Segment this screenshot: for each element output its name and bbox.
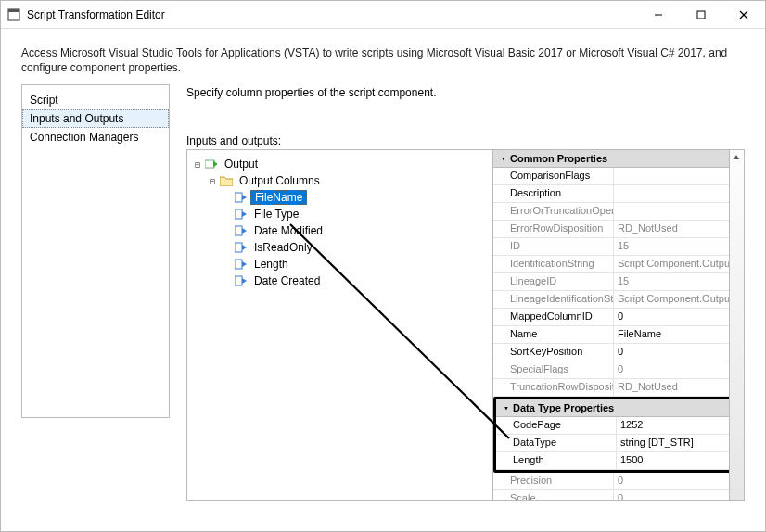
maximize-button[interactable] xyxy=(680,1,722,29)
tree-pane[interactable]: ⊟ Output ⊟ Output Columns xyxy=(187,150,493,500)
propgroup-datatype[interactable]: ▾ Data Type Properties xyxy=(496,399,741,417)
prop-value[interactable] xyxy=(614,168,744,184)
prop-value[interactable]: 0 xyxy=(614,473,744,489)
prop-value[interactable]: 0 xyxy=(614,361,744,378)
nav-item-script[interactable]: Script xyxy=(22,91,169,109)
tree-column-item[interactable]: IsReadOnly xyxy=(191,239,489,256)
prop-value[interactable]: 1500 xyxy=(617,452,741,469)
prop-value[interactable] xyxy=(614,185,744,202)
column-icon xyxy=(234,274,249,287)
prop-key: Name xyxy=(493,326,614,343)
tree-column-item[interactable]: Date Modified xyxy=(191,222,489,239)
propgroup-common-label: Common Properties xyxy=(510,153,607,164)
prop-value[interactable]: 15 xyxy=(614,238,744,255)
tree-column-label[interactable]: FileName xyxy=(250,190,307,205)
prop-value[interactable]: RD_NotUsed xyxy=(614,221,744,237)
tree-column-item[interactable]: File Type xyxy=(191,206,489,222)
svg-rect-8 xyxy=(235,209,242,219)
column-icon xyxy=(234,208,249,221)
svg-rect-3 xyxy=(697,11,705,19)
column-icon xyxy=(234,224,249,237)
prop-row[interactable]: NameFileName xyxy=(493,326,744,344)
prop-value[interactable]: Script Component.Outputs xyxy=(614,291,744,308)
prop-key: LineageID xyxy=(493,273,614,290)
prop-key: IdentificationString xyxy=(493,256,614,272)
expand-icon[interactable]: ⊟ xyxy=(206,176,219,186)
prop-key: ComparisonFlags xyxy=(493,168,614,184)
prop-value[interactable]: 0 xyxy=(614,344,744,361)
tree-column-item[interactable]: FileName xyxy=(191,189,489,206)
prop-value[interactable]: 15 xyxy=(614,273,744,290)
window: Script Transformation Editor Access Micr… xyxy=(0,0,766,532)
prop-row[interactable]: ErrorRowDispositionRD_NotUsed xyxy=(493,221,744,238)
prop-row[interactable]: CodePage1252 xyxy=(496,417,741,435)
svg-rect-7 xyxy=(235,193,242,202)
tree-column-label[interactable]: Length xyxy=(250,258,292,271)
prop-key: MappedColumnID xyxy=(493,309,614,325)
scrollbar[interactable] xyxy=(729,150,744,500)
tree-column-item[interactable]: Length xyxy=(191,256,489,272)
prop-key: Scale xyxy=(493,490,614,500)
right-pane: Specify column properties of the script … xyxy=(170,84,745,531)
collapse-icon[interactable]: ▾ xyxy=(497,154,510,163)
nav-item-connection-managers[interactable]: Connection Managers xyxy=(22,128,169,146)
prop-value[interactable]: 1252 xyxy=(617,417,741,434)
tree-column-label[interactable]: Date Modified xyxy=(250,224,326,237)
prop-row[interactable]: Precision0 xyxy=(493,473,744,490)
window-title: Script Transformation Editor xyxy=(27,8,637,21)
folder-icon xyxy=(219,174,234,187)
prop-value[interactable] xyxy=(614,203,744,220)
prop-key: ErrorOrTruncationOperation xyxy=(493,203,614,220)
scroll-up-icon[interactable] xyxy=(729,150,744,165)
minimize-button[interactable] xyxy=(637,1,680,29)
spec-label: Specify column properties of the script … xyxy=(186,84,745,99)
prop-key: ID xyxy=(493,238,614,255)
prop-key: ErrorRowDisposition xyxy=(493,221,614,237)
prop-key: SortKeyPosition xyxy=(493,344,614,361)
prop-value[interactable]: RD_NotUsed xyxy=(614,379,744,396)
prop-value[interactable]: 0 xyxy=(614,309,744,325)
column-icon xyxy=(234,191,249,204)
page-nav: Script Inputs and Outputs Connection Man… xyxy=(21,84,170,418)
tree-node-output-columns[interactable]: Output Columns xyxy=(236,174,324,187)
column-icon xyxy=(234,241,249,254)
tree-column-label[interactable]: Date Created xyxy=(250,274,324,287)
tree-node-output[interactable]: Output xyxy=(221,158,262,171)
prop-key: DataType xyxy=(496,435,617,451)
nav-item-inputs-outputs[interactable]: Inputs and Outputs xyxy=(22,109,169,128)
arrow-right-icon xyxy=(204,158,219,171)
tree-column-item[interactable]: Date Created xyxy=(191,272,489,289)
prop-row[interactable]: SortKeyPosition0 xyxy=(493,344,744,361)
tree-column-label[interactable]: IsReadOnly xyxy=(250,241,316,254)
prop-row[interactable]: SpecialFlags0 xyxy=(493,361,744,379)
tree-column-label[interactable]: File Type xyxy=(250,208,302,221)
prop-value[interactable]: 0 xyxy=(614,490,744,500)
prop-value[interactable]: FileName xyxy=(614,326,744,343)
prop-row[interactable]: ErrorOrTruncationOperation xyxy=(493,203,744,221)
collapse-icon[interactable]: ▾ xyxy=(500,403,513,412)
prop-row[interactable]: Description xyxy=(493,185,744,203)
prop-key: SpecialFlags xyxy=(493,361,614,378)
prop-row[interactable]: LineageIdentificationStringScript Compon… xyxy=(493,291,744,309)
prop-value[interactable]: Script Component.Outputs xyxy=(614,256,744,272)
prop-row[interactable]: ComparisonFlags xyxy=(493,168,744,185)
prop-value[interactable]: string [DT_STR] xyxy=(617,435,741,451)
body: Script Inputs and Outputs Connection Man… xyxy=(21,84,745,531)
prop-key: Length xyxy=(496,452,617,469)
prop-row[interactable]: DataTypestring [DT_STR] xyxy=(496,435,741,452)
prop-row[interactable]: MappedColumnID0 xyxy=(493,309,744,326)
prop-row[interactable]: TruncationRowDispositionRD_NotUsed xyxy=(493,379,744,397)
close-button[interactable] xyxy=(722,1,765,29)
intro-text: Access Microsoft Visual Studio Tools for… xyxy=(1,29,765,84)
propgroup-common[interactable]: ▾ Common Properties xyxy=(493,150,744,168)
prop-row[interactable]: IdentificationStringScript Component.Out… xyxy=(493,256,744,273)
svg-rect-10 xyxy=(235,243,242,252)
prop-row[interactable]: Length1500 xyxy=(496,452,741,470)
expand-icon[interactable]: ⊟ xyxy=(191,159,204,170)
prop-row[interactable]: ID15 xyxy=(493,238,744,256)
prop-key: Precision xyxy=(493,473,614,489)
prop-row[interactable]: Scale0 xyxy=(493,490,744,500)
column-icon xyxy=(234,258,249,271)
prop-row[interactable]: LineageID15 xyxy=(493,273,744,291)
svg-rect-1 xyxy=(8,9,19,12)
